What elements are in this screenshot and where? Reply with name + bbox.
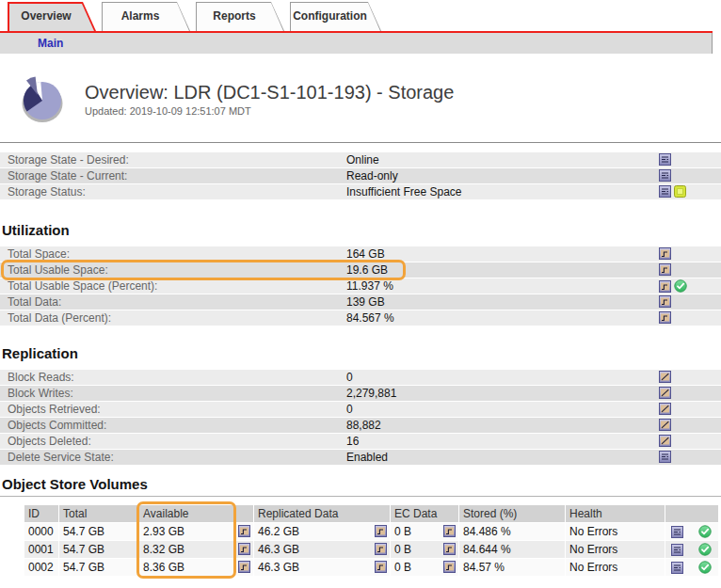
trend-report-icon[interactable] [659,435,671,447]
cell-value: 2.93 GB [143,525,184,538]
tab-overview[interactable]: Overview [8,2,96,31]
tab-label: Alarms [102,2,190,30]
col-replicated-data: Replicated Data [254,505,390,522]
divider [0,496,721,497]
chart-report-icon[interactable] [238,561,250,573]
tab-reports[interactable]: Reports [196,2,284,31]
attr-row-objects-committed: Objects Committed: 88,882 [0,418,721,433]
tab-configuration[interactable]: Configuration [290,2,381,31]
attr-value: 0 [346,402,353,417]
yellow-notice-icon [674,185,686,198]
chart-report-icon[interactable] [659,280,671,293]
attr-label: Total Usable Space: [8,262,108,278]
chart-report-icon[interactable] [375,543,387,555]
attribute-info-icon[interactable] [659,185,671,198]
cell-stored: 84.57 % [459,559,565,576]
attr-label: Total Space: [8,246,70,262]
page-header: Overview: LDR (DC1-S1-101-193) - Storage… [0,54,721,142]
trend-report-icon[interactable] [659,371,671,383]
attr-row-total-usable-space: Total Usable Space: 19.6 GB [0,262,721,278]
attr-row-total-data-percent: Total Data (Percent): 84.567 % [0,310,721,326]
chart-report-icon[interactable] [659,263,671,276]
attr-row-storage-state-desired: Storage State - Desired: Online [0,152,721,167]
col-health: Health [566,505,665,522]
cell-total: 54.7 GB [59,559,138,576]
attribute-info-icon[interactable] [671,526,683,538]
attribute-info-icon[interactable] [659,169,671,182]
cell-ec: 0 B [391,559,458,576]
object-store-table-wrap: ID Total Available Replicated Data EC Da… [0,504,721,577]
trend-report-icon[interactable] [659,403,671,415]
chart-report-icon[interactable] [659,295,671,308]
attr-label: Storage State - Current: [8,168,127,183]
cell-health: No Errors [566,559,665,576]
cell-health: No Errors [566,523,665,540]
cell-value: 8.36 GB [143,561,184,574]
green-check-icon [674,279,687,293]
attr-row-storage-status: Storage Status: Insufficient Free Space [0,184,721,199]
chart-report-icon[interactable] [659,311,671,324]
cell-icons [665,523,718,540]
attr-label: Block Writes: [8,386,73,401]
trend-report-icon[interactable] [659,387,671,399]
attr-row-total-usable-space-percent: Total Usable Space (Percent): 11.937 % [0,278,721,294]
attr-row-block-reads: Block Reads: 0 [0,370,721,385]
cell-value: 8.32 GB [143,543,184,556]
cell-value: 0 B [394,543,411,556]
col-stored-percent: Stored (%) [459,505,565,522]
attr-label: Total Data: [8,294,61,310]
attribute-info-icon[interactable] [659,451,671,463]
attr-value: 139 GB [346,294,385,310]
breadcrumb-main-link[interactable]: Main [38,33,63,54]
storage-state-list: Storage State - Desired: Online Storage … [0,152,721,199]
col-available: Available [139,505,253,522]
cell-value: 46.2 GB [258,525,299,538]
col-id: ID [24,505,58,522]
attribute-info-icon[interactable] [671,544,683,556]
attr-value: 19.6 GB [346,262,388,278]
attribute-info-icon[interactable] [659,153,671,166]
chart-report-icon[interactable] [443,561,456,573]
attr-label: Objects Deleted: [8,434,91,449]
attr-label: Total Usable Space (Percent): [8,278,157,294]
section-heading-object-store-volumes: Object Store Volumes [0,476,721,492]
chart-report-icon[interactable] [659,247,671,260]
cell-value: 46.3 GB [258,543,299,556]
cell-replicated: 46.3 GB [254,541,390,558]
chart-report-icon[interactable] [375,561,387,573]
trend-report-icon[interactable] [659,419,671,431]
pie-chart-icon [14,72,69,127]
tab-alarms[interactable]: Alarms [102,2,190,31]
cell-stored: 84.644 % [459,541,565,558]
chart-report-icon[interactable] [375,525,387,537]
table-header-row: ID Total Available Replicated Data EC Da… [24,505,718,522]
attr-row-objects-retrieved: Objects Retrieved: 0 [0,402,721,417]
attr-value: Enabled [346,450,388,465]
attr-label: Objects Committed: [8,418,106,433]
attr-label: Storage Status: [8,184,86,199]
chart-report-icon[interactable] [238,543,250,555]
attribute-info-icon[interactable] [671,562,683,574]
cell-icons [665,559,718,576]
attr-value: 0 [346,370,353,385]
attr-row-objects-deleted: Objects Deleted: 16 [0,434,721,449]
attr-label: Total Data (Percent): [8,310,111,326]
green-check-icon [698,561,712,574]
attr-row-total-space: Total Space: 164 GB [0,246,721,262]
chart-report-icon[interactable] [443,525,456,537]
attr-value: 84.567 % [346,310,394,326]
page-title: Overview: LDR (DC1-S1-101-193) - Storage [85,82,454,103]
cell-stored: 84.486 % [459,523,565,540]
table-row: 0002 54.7 GB 8.36 GB 46.3 GB 0 B 84.57 %… [24,559,718,576]
attr-label: Block Reads: [8,370,74,385]
col-total: Total [59,505,138,522]
cell-health: No Errors [566,541,665,558]
chart-report-icon[interactable] [443,543,456,555]
attr-value: 88,882 [346,418,381,433]
cell-available: 2.93 GB [139,523,253,540]
attr-value: Insufficient Free Space [346,184,462,199]
chart-report-icon[interactable] [238,525,250,537]
utilization-list: Total Space: 164 GB Total Usable Space: … [0,246,721,326]
cell-value: 0 B [394,561,411,574]
table-row: 0001 54.7 GB 8.32 GB 46.3 GB 0 B 84.644 … [24,541,718,558]
